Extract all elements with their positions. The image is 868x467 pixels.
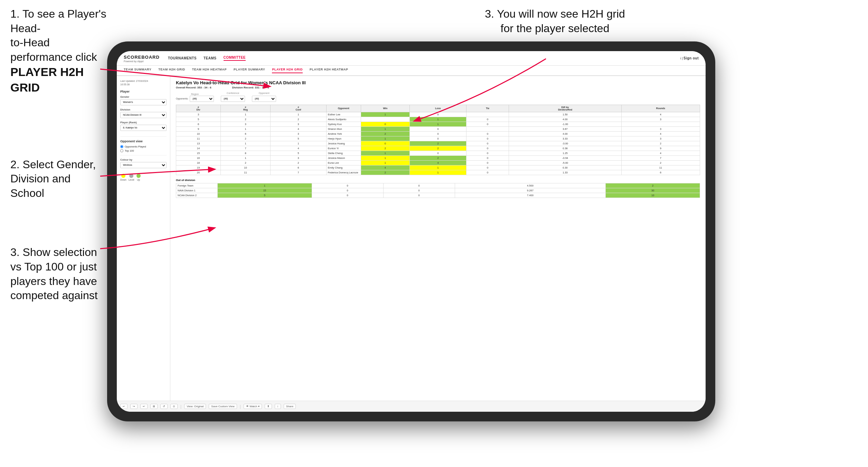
cell-loss: 2 xyxy=(409,141,466,146)
cell-div: 20 xyxy=(176,170,221,175)
toolbar-up[interactable]: ⬆ xyxy=(265,404,272,409)
cell-div: 16 xyxy=(176,155,221,160)
cell-div: 10 xyxy=(176,131,221,136)
ood-cell-diff: 4.500 xyxy=(455,183,606,188)
subnav-team-h2h-heatmap[interactable]: TEAM H2H HEATMAP xyxy=(192,68,227,73)
toolbar-back[interactable]: ↩ xyxy=(140,404,148,409)
ood-cell-label: Foreign Team xyxy=(176,183,218,188)
cell-rounds: 4 xyxy=(621,131,700,136)
main-nav: TOURNAMENTS TEAMS COMMITTEE xyxy=(168,56,246,61)
nav-teams[interactable]: TEAMS xyxy=(204,56,217,60)
toolbar-refresh[interactable]: ↺ xyxy=(160,404,168,409)
cell-loss: 4 xyxy=(409,160,466,165)
cell-loss: 0 xyxy=(409,112,466,117)
division-select[interactable]: NCAA Division III xyxy=(120,112,167,118)
ood-cell-loss: 0 xyxy=(312,193,383,198)
cell-conf: 6 xyxy=(271,165,327,170)
cell-loss: 0 xyxy=(409,131,466,136)
cell-opponent: Heejo Hyun xyxy=(326,136,361,141)
col-loss: Loss xyxy=(409,105,466,112)
col-tie: Tie xyxy=(466,105,509,112)
radio-top-100[interactable]: Top 100 xyxy=(120,149,167,152)
ood-cell-tie: 0 xyxy=(383,183,455,188)
subnav-player-h2h-grid[interactable]: PLAYER H2H GRID xyxy=(272,68,303,73)
toolbar-grid[interactable]: ⊞ xyxy=(150,404,158,409)
sign-out-button[interactable]: Sign out xyxy=(683,56,699,60)
step3-right-text: 3. You will now see H2H grid for the pla… xyxy=(263,7,847,36)
out-of-division-label: Out of division xyxy=(176,179,700,182)
col-conf: #Conf xyxy=(271,105,327,112)
cell-rounds: 6 xyxy=(621,170,700,175)
gender-select[interactable]: Women's xyxy=(120,99,167,105)
cell-conf: 5 xyxy=(271,136,327,141)
toolbar-swap[interactable]: ↕ xyxy=(275,404,281,409)
cell-conf: 5 xyxy=(271,151,327,155)
cell-loss: 1 xyxy=(409,122,466,126)
radio-opponents-played[interactable]: Opponents Played xyxy=(120,145,167,148)
opponent-view-radios: Opponents Played Top 100 xyxy=(120,145,167,152)
cell-tie: 0 xyxy=(466,170,509,175)
opponent-filter-group: Opponent (All) xyxy=(252,92,276,102)
overall-record: Overall Record: 353 - 34 - 6 xyxy=(176,86,211,89)
region-filter-select[interactable]: (All) xyxy=(190,96,214,102)
toolbar-watch[interactable]: 👁 Watch ▾ xyxy=(244,404,262,409)
cell-diff: 0.30 xyxy=(509,165,622,170)
opponent-filter-select[interactable]: (All) xyxy=(252,96,276,102)
cell-reg: 1 xyxy=(220,126,270,131)
subnav-player-summary[interactable]: PLAYER SUMMARY xyxy=(234,68,265,73)
toolbar-save-custom-view[interactable]: Save Custom View xyxy=(209,404,237,409)
cell-opponent: Emily Chang xyxy=(326,165,361,170)
cell-reg: 2 xyxy=(220,160,270,165)
cell-reg: 10 xyxy=(220,165,270,170)
cell-rounds: 3 xyxy=(621,136,700,141)
ood-cell-win: 5 xyxy=(218,193,312,198)
cell-opponent: Esther Lee xyxy=(326,112,361,117)
toolbar-view-original[interactable]: View: Original xyxy=(184,404,206,409)
grid-title: Katelyn Vo Head-to-Head Grid for Women's… xyxy=(176,80,700,85)
player-section-title: Player xyxy=(120,90,167,93)
cell-win: 4 xyxy=(361,165,409,170)
tablet: SCOREBOARD Powered by clippd TOURNAMENTS… xyxy=(107,41,715,421)
app-container: SCOREBOARD Powered by clippd TOURNAMENTS… xyxy=(117,51,706,412)
nav-committee[interactable]: COMMITTEE xyxy=(224,56,246,61)
colour-by-select[interactable]: Win/loss xyxy=(120,162,167,168)
toolbar-undo[interactable]: ↩ xyxy=(120,404,128,409)
cell-conf: 2 xyxy=(271,117,327,122)
cell-win: 1 xyxy=(361,151,409,155)
division-record: Division Record: 331 - 34 - 6 xyxy=(232,86,269,89)
cell-opponent: Jessica Huang xyxy=(326,141,361,146)
cell-diff: 4.00 xyxy=(509,131,622,136)
cell-opponent: Alexis Sudijanto xyxy=(326,117,361,122)
table-row: 16 1 3 Jessica Mason 1 2 0 -0.94 7 xyxy=(176,155,700,160)
cell-reg: 8 xyxy=(220,151,270,155)
nav-tournaments[interactable]: TOURNAMENTS xyxy=(168,56,197,60)
cell-tie: 0 xyxy=(466,151,509,155)
player-rank-select[interactable]: 8. Katelyn Vo xyxy=(120,125,167,131)
cell-rounds: 9 xyxy=(621,146,700,151)
cell-conf: 2 xyxy=(271,160,327,165)
ood-table: Foreign Team 1 0 0 4.500 2 NAIA Division… xyxy=(176,183,700,198)
cell-div: 5 xyxy=(176,117,221,122)
cell-tie: 0 xyxy=(466,155,509,160)
cell-opponent: Sharon Mun xyxy=(326,126,361,131)
cell-rounds: 2 xyxy=(621,141,700,146)
table-row: 9 1 4 Sharon Mun 1 0 3.67 3 xyxy=(176,126,700,131)
cell-reg: 11 xyxy=(220,170,270,175)
cell-rounds: 3 xyxy=(621,117,700,122)
subnav-team-h2h-grid[interactable]: TEAM H2H GRID xyxy=(158,68,185,73)
cell-win xyxy=(361,117,409,122)
table-row: 18 2 2 Euna Lee 1 4 0 -5.00 2 xyxy=(176,160,700,165)
cell-loss: 2 xyxy=(409,146,466,151)
conference-filter-select[interactable]: (All) xyxy=(221,96,245,102)
cell-div: 3 xyxy=(176,112,221,117)
subnav-player-h2h-heatmap[interactable]: PLAYER H2H HEATMAP xyxy=(310,68,348,73)
toolbar-redo[interactable]: ↪ xyxy=(130,404,138,409)
table-row: 20 11 7 Federica Domecq Lacroze 2 1 0 1.… xyxy=(176,170,700,175)
ood-cell-tie: 0 xyxy=(383,188,455,193)
subnav-team-summary[interactable]: TEAM SUMMARY xyxy=(124,68,151,73)
cell-tie: 0 xyxy=(466,131,509,136)
cell-loss: 0 xyxy=(409,136,466,141)
toolbar-target[interactable]: ⊙ xyxy=(170,404,178,409)
cell-tie xyxy=(466,112,509,117)
toolbar-share[interactable]: Share xyxy=(284,404,296,409)
